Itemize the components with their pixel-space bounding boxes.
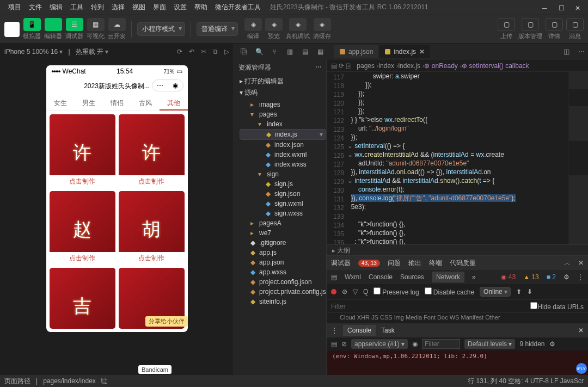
tab-network[interactable]: Network — [432, 272, 464, 282]
console-filter-input[interactable] — [422, 339, 460, 349]
hide-data-urls-checkbox[interactable]: Hide data URLs — [530, 302, 584, 311]
explorer-icon[interactable]: ⿻ — [237, 48, 250, 56]
download-icon[interactable]: ⬇ — [527, 288, 532, 296]
tb-right-版本管理[interactable]: ▢版本管理 — [518, 18, 542, 40]
level-select[interactable]: Default levels ▾ — [464, 339, 515, 349]
avatar-card-0[interactable]: 许点击制作 — [50, 114, 115, 188]
drawer-tab-task[interactable]: Task — [381, 327, 395, 334]
request-categories[interactable]: Cloud XHR JS CSS Img Media Font Doc WS M… — [327, 312, 588, 323]
breadcrumb[interactable]: ▤ ⟳ ⍈ pages ›index ›index.js ›⊕ onReady … — [327, 60, 588, 72]
tree-siteinfo.js[interactable]: ◆siteinfo.js — [240, 297, 326, 306]
book-icon[interactable]: ▤ — [298, 48, 311, 56]
tree-sign.json[interactable]: ◆sign.json — [240, 189, 326, 199]
search-net-icon[interactable]: Q — [363, 288, 368, 296]
compile-select[interactable]: 普通编译 — [197, 22, 238, 36]
search-icon[interactable]: 🔍 — [253, 48, 266, 56]
make-button[interactable]: 点击制作 — [119, 252, 185, 265]
tree-sign.js[interactable]: ◆sign.js — [240, 179, 326, 189]
menu-编辑[interactable]: 编辑 — [46, 2, 66, 13]
tb-调试器[interactable]: ☰调试器 — [65, 18, 83, 40]
menu-微信开发者工具[interactable]: 微信开发者工具 — [211, 2, 265, 13]
share-button[interactable]: 分享给小伙伴 — [145, 316, 188, 327]
tab-wxml[interactable]: Wxml — [345, 273, 361, 281]
gear-icon[interactable]: ⚙ — [564, 273, 569, 281]
tab-problems[interactable]: 问题 — [388, 259, 401, 268]
tb-right-详情[interactable]: ▢详情 — [546, 18, 563, 40]
tree-app.js[interactable]: ◆app.js — [240, 248, 326, 257]
devtools-dock-icon[interactable]: ▤ — [331, 273, 337, 281]
cut-icon[interactable]: ✂ — [201, 48, 206, 56]
editor-tab-index.js[interactable]: index.js ✕ — [379, 45, 430, 58]
drawer-menu-icon[interactable]: ⋮ — [331, 327, 338, 334]
minimize-button[interactable]: ─ — [542, 4, 549, 11]
menu-设置[interactable]: 设置 — [170, 2, 191, 13]
more-tabs-icon[interactable]: » — [472, 273, 476, 281]
menu-icon[interactable]: ⋮ — [577, 273, 584, 281]
tree-sign.wxml[interactable]: ◆sign.wxml — [240, 199, 326, 208]
mode-select[interactable]: 小程序模式 — [137, 22, 185, 36]
device-select[interactable]: iPhone 5 100% 16 — [4, 48, 63, 56]
console-menu-icon[interactable]: ▤ — [331, 340, 337, 348]
tab-quality[interactable]: 代码质量 — [450, 259, 476, 268]
tree-app.json[interactable]: ◆app.json — [240, 257, 326, 267]
disable-cache-checkbox[interactable]: Disable cache — [425, 287, 474, 296]
minimap[interactable] — [568, 72, 588, 244]
close-drawer-icon[interactable]: ✕ — [578, 327, 584, 334]
close-tab-icon[interactable]: ✕ — [419, 48, 425, 56]
close-button[interactable]: ✕ — [575, 4, 581, 11]
info-count[interactable]: ■ 2 — [547, 273, 556, 281]
tb-action-编译[interactable]: ◈编译 — [244, 18, 262, 40]
menu-项目[interactable]: 项目 — [4, 2, 25, 13]
tree-pagesA[interactable]: ▸pagesA — [240, 218, 326, 228]
menu-视图[interactable]: 视图 — [128, 2, 149, 13]
tree-index.json[interactable]: ◆index.json — [240, 140, 326, 150]
tree-app.wxss[interactable]: ◆app.wxss — [240, 267, 326, 277]
chevron-up-icon[interactable]: ︿ — [564, 259, 571, 268]
throttle-select[interactable]: Online — [480, 287, 511, 297]
maximize-button[interactable]: ☐ — [559, 4, 565, 11]
menu-帮助[interactable]: 帮助 — [191, 2, 211, 13]
upload-icon[interactable]: ⬆ — [516, 288, 522, 296]
tab-output[interactable]: 输出 — [408, 259, 421, 268]
menu-文件[interactable]: 文件 — [25, 2, 46, 13]
rotate-icon[interactable]: ⟳ — [177, 48, 182, 56]
code-editor[interactable]: 1171181191201211221231241251261271281291… — [327, 72, 588, 244]
make-button[interactable]: 点击制作 — [50, 175, 115, 188]
tab-console[interactable]: Console — [369, 273, 393, 281]
section-source[interactable]: ▾ 源码 — [234, 87, 326, 99]
copy-icon[interactable]: ⿻ — [101, 377, 108, 385]
menu-工具[interactable]: 工具 — [66, 2, 87, 13]
sim-tab-古风[interactable]: 古风 — [131, 95, 160, 110]
more-icon[interactable]: ⋯ — [575, 48, 588, 56]
record-button[interactable] — [331, 289, 336, 294]
make-button[interactable]: 点击制作 — [119, 175, 185, 188]
console-gear-icon[interactable]: ⚙ — [549, 340, 555, 348]
eye-icon[interactable]: ◉ — [412, 340, 418, 348]
tree-sign.wxss[interactable]: ◆sign.wxss — [240, 208, 326, 218]
editor-tab-app.json[interactable]: app.json — [334, 45, 378, 58]
avatar-card-2[interactable]: 赵点击制作 — [50, 191, 115, 265]
explorer-more-icon[interactable]: ⋯ — [315, 63, 322, 72]
split-icon[interactable]: ▥ — [283, 48, 296, 56]
close-debugger-icon[interactable]: ✕ — [578, 259, 584, 267]
layout-icon[interactable]: ▦ — [314, 48, 327, 56]
avatar-card-3[interactable]: 胡点击制作 — [119, 191, 185, 265]
drawer-tab-console[interactable]: Console — [343, 325, 376, 336]
tree-index[interactable]: ▾index — [240, 119, 326, 129]
sim-tab-男生[interactable]: 男生 — [75, 95, 103, 110]
filter-input[interactable]: Filter — [331, 303, 346, 310]
tb-可视化[interactable]: ▦可视化 — [87, 18, 105, 40]
tb-right-上传[interactable]: ▢上传 — [498, 18, 515, 40]
menu-界面[interactable]: 界面 — [149, 2, 170, 13]
tb-right-消息[interactable]: ▢消息 — [566, 18, 584, 40]
filter-icon[interactable]: ▽ — [353, 288, 358, 296]
tb-编辑器[interactable]: 编辑器 — [44, 18, 62, 40]
cursor-info[interactable]: 行 131, 列 40 空格: 4 UTF-8 LF JavaScr — [468, 377, 584, 386]
page-path-label[interactable]: 页面路径 — [4, 377, 30, 386]
outline-panel[interactable]: ▸ 大纲 — [327, 244, 588, 255]
tree-index.wxss[interactable]: ◆index.wxss — [240, 159, 326, 169]
tree-pages[interactable]: ▾pages — [240, 109, 326, 119]
avatar-card-5[interactable]: 分享给小伙伴 — [119, 268, 185, 329]
hot-reload-toggle[interactable]: 热重载 开 — [76, 47, 109, 57]
avatar-card-4[interactable]: 吉 — [50, 268, 115, 329]
